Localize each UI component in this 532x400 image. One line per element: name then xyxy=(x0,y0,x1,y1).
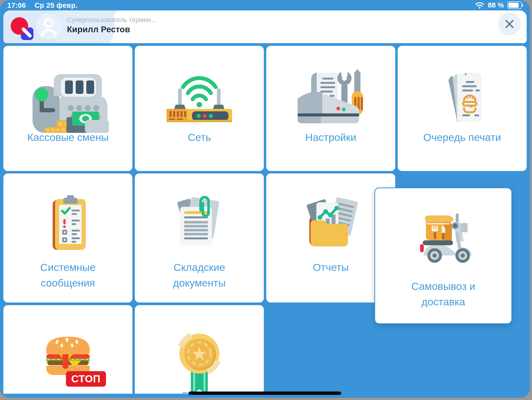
reports-folder-icon xyxy=(304,195,358,253)
delivery-scooter-icon xyxy=(413,210,474,264)
header: Суперпользователь термин… Кирилл Рестов xyxy=(3,10,527,43)
clipboard-checklist-icon xyxy=(46,195,90,255)
tile-print-queue[interactable]: Очередь печати xyxy=(398,46,527,171)
cash-register-icon xyxy=(25,68,110,139)
award-medal-icon xyxy=(177,329,221,394)
tile-label: Кассовые смены xyxy=(3,130,132,145)
close-button[interactable] xyxy=(498,13,521,35)
close-icon xyxy=(504,19,515,29)
tile-warehouse-documents[interactable]: Складские документы xyxy=(135,173,264,302)
documents-paperclip-icon xyxy=(173,195,226,252)
app-screen: 17:06 Ср 25 февр. 88 % xyxy=(0,0,530,398)
tile-system-messages[interactable]: Системные сообщения xyxy=(3,173,132,302)
person-silhouette-icon xyxy=(36,13,62,39)
status-time: 17:06 xyxy=(7,1,26,9)
tile-label: Самовывоз и доставка xyxy=(375,279,511,310)
user-role: Суперпользователь термин… xyxy=(67,16,157,24)
stop-badge: СТОП xyxy=(66,371,106,387)
avatar xyxy=(36,13,62,39)
tile-stop-list[interactable]: СТОП xyxy=(3,305,132,394)
status-bar: 17:06 Ср 25 февр. 88 % xyxy=(0,0,530,10)
tile-pickup-delivery-selected[interactable]: Самовывоз и доставка xyxy=(374,188,512,324)
receipts-stack-icon xyxy=(439,68,485,128)
home-indicator[interactable] xyxy=(188,392,341,395)
quick-resto-logo-icon xyxy=(10,16,34,41)
tile-award[interactable] xyxy=(135,305,264,394)
cutoff-label-fragment xyxy=(182,392,188,394)
tile-cash-shifts[interactable]: Кассовые смены xyxy=(3,46,132,171)
wifi-icon xyxy=(475,2,484,9)
status-date: Ср 25 февр. xyxy=(35,1,78,9)
tile-settings[interactable]: Настройки xyxy=(266,46,395,171)
tile-label: Складские документы xyxy=(135,260,264,291)
header-user[interactable]: Суперпользователь термин… Кирилл Рестов xyxy=(67,16,157,35)
battery-percent: 88 % xyxy=(488,1,504,9)
battery-icon xyxy=(507,1,522,9)
user-name: Кирилл Рестов xyxy=(67,24,157,35)
tile-label: Настройки xyxy=(266,130,395,145)
tile-label: Системные сообщения xyxy=(3,260,132,291)
tile-network[interactable]: Сеть xyxy=(135,46,264,171)
tools-printer-icon xyxy=(294,68,368,127)
tile-label: Сеть xyxy=(135,130,264,145)
tile-label: Очередь печати xyxy=(398,130,527,145)
wifi-router-icon xyxy=(163,68,236,125)
